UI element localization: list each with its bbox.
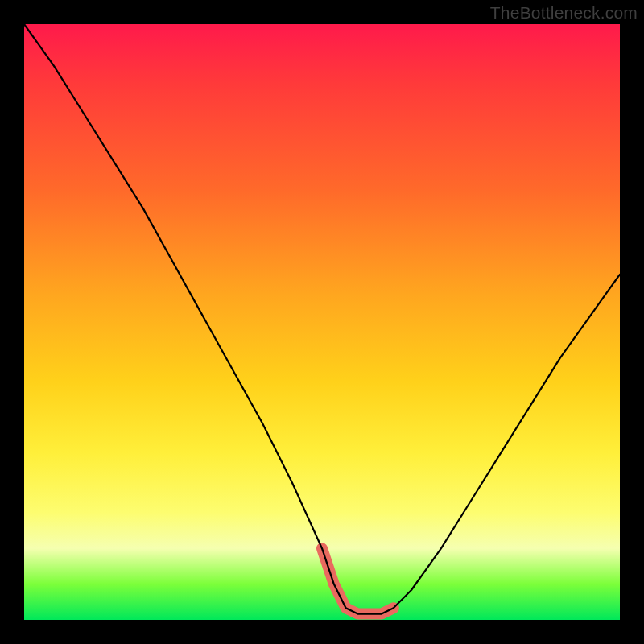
plot-area — [24, 24, 620, 620]
chart-frame: TheBottleneck.com — [0, 0, 644, 644]
curve-layer — [24, 24, 620, 620]
bottleneck-curve — [24, 24, 620, 614]
watermark-text: TheBottleneck.com — [490, 3, 638, 23]
